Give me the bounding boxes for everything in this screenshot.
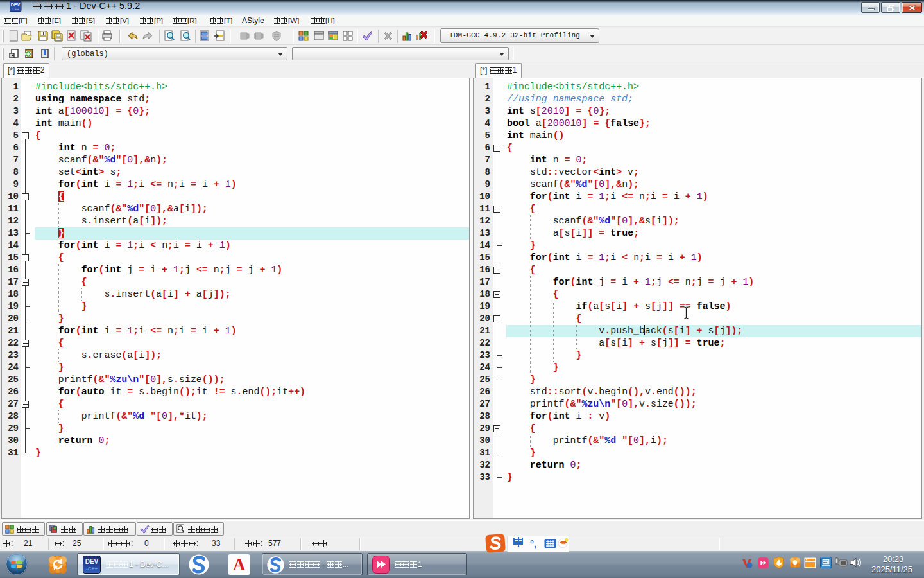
svg-text:-C++: -C++ xyxy=(86,566,98,572)
svg-text:C++: C++ xyxy=(12,7,19,11)
svg-text:DEV: DEV xyxy=(85,558,99,565)
svg-text:DEV: DEV xyxy=(11,3,21,7)
